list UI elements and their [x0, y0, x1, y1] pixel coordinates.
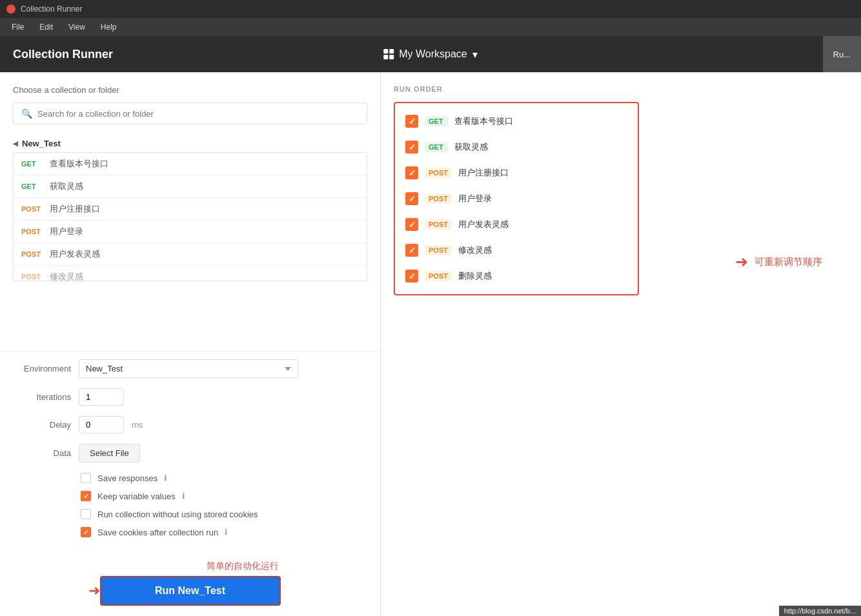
- method-badge-post: POST: [21, 205, 45, 213]
- run-method-badge: POST: [425, 245, 452, 255]
- arrow-right-icon: ➜: [88, 582, 100, 599]
- delay-row: Delay ms: [13, 416, 367, 433]
- run-order-checkbox[interactable]: [405, 141, 418, 154]
- iterations-row: Iterations: [13, 388, 367, 406]
- run-order-item[interactable]: POST 用户注册接口: [395, 160, 638, 186]
- run-order-checkbox[interactable]: [405, 166, 418, 179]
- menu-bar: File Edit View Help: [0, 18, 861, 36]
- data-label: Data: [13, 448, 71, 458]
- menu-edit[interactable]: Edit: [33, 20, 59, 34]
- run-item-name: 获取灵感: [454, 141, 488, 153]
- info-icon[interactable]: ℹ: [225, 528, 228, 537]
- run-item-name: 用户登录: [458, 193, 492, 204]
- workspace-chevron: ▾: [472, 48, 478, 61]
- save-cookies-label: Save cookies after collection run: [97, 528, 218, 537]
- collection-name: New_Test: [22, 139, 61, 148]
- menu-file[interactable]: File: [5, 20, 30, 34]
- request-item[interactable]: GET 获取灵感: [14, 175, 367, 198]
- menu-view[interactable]: View: [62, 20, 92, 34]
- run-method-badge: GET: [425, 116, 448, 126]
- run-button[interactable]: Run New_Test: [100, 576, 281, 606]
- run-method-badge: POST: [425, 271, 452, 281]
- environment-select[interactable]: New_Test: [79, 359, 298, 378]
- delay-input[interactable]: [79, 416, 124, 433]
- request-item[interactable]: POST 用户登录: [14, 221, 367, 243]
- workspace-selector[interactable]: My Workspace ▾: [383, 48, 478, 61]
- run-order-item[interactable]: GET 获取灵感: [395, 134, 638, 160]
- no-cookies-row: Run collection without using stored cook…: [13, 509, 367, 519]
- arrow-left-icon: ➜: [735, 253, 748, 271]
- request-name: 用户注册接口: [50, 203, 100, 215]
- select-file-button[interactable]: Select File: [79, 444, 140, 462]
- run-method-badge: POST: [425, 168, 452, 178]
- delay-label: Delay: [13, 420, 71, 430]
- run-order-checkbox[interactable]: [405, 270, 418, 283]
- request-item[interactable]: POST 用户注册接口: [14, 198, 367, 221]
- method-badge-get: GET: [21, 160, 45, 168]
- iterations-label: Iterations: [13, 392, 71, 402]
- search-input[interactable]: [37, 109, 359, 119]
- run-annotation: 简单的自动化运行: [13, 561, 367, 572]
- save-cookies-checkbox[interactable]: [81, 527, 91, 537]
- save-responses-checkbox[interactable]: [81, 473, 91, 483]
- run-order-item[interactable]: POST 修改灵感: [395, 237, 638, 263]
- keep-variable-label: Keep variable values: [97, 492, 176, 501]
- header-run-button[interactable]: Ru...: [823, 36, 861, 72]
- run-order-label: RUN ORDER: [394, 85, 848, 93]
- run-item-name: 用户注册接口: [458, 167, 509, 179]
- keep-variable-checkbox[interactable]: [81, 491, 91, 501]
- search-box: 🔍: [13, 103, 367, 124]
- settings-section: Environment New_Test Iterations Delay ms…: [0, 351, 380, 553]
- request-list: GET 查看版本号接口 GET 获取灵感 POST 用户注册接口 POST 用户…: [13, 152, 367, 281]
- info-icon[interactable]: ℹ: [164, 473, 167, 482]
- title-bar-text: Collection Runner: [21, 5, 82, 14]
- iterations-input[interactable]: [79, 388, 124, 406]
- request-name: 用户登录: [50, 226, 83, 237]
- method-badge-post: POST: [21, 273, 45, 281]
- request-item[interactable]: POST 修改灵感: [14, 266, 367, 281]
- run-order-item[interactable]: POST 用户发表灵感: [395, 212, 638, 237]
- workspace-grid-icon: [383, 49, 394, 59]
- run-order-container: GET 查看版本号接口 GET 获取灵感 POST 用户注册接口 POST 用户…: [394, 102, 639, 295]
- left-panel: Choose a collection or folder 🔍 ◀ New_Te…: [0, 72, 381, 616]
- chevron-left-icon: ◀: [13, 140, 18, 147]
- request-name: 修改灵感: [50, 271, 83, 281]
- reorder-annotation: ➜ 可重新调节顺序: [735, 253, 822, 271]
- no-cookies-label: Run collection without using stored cook…: [97, 510, 258, 519]
- save-cookies-row: Save cookies after collection run ℹ: [13, 527, 367, 537]
- run-method-badge: GET: [425, 142, 448, 152]
- run-order-checkbox[interactable]: [405, 115, 418, 128]
- run-order-item[interactable]: GET 查看版本号接口: [395, 108, 638, 134]
- save-responses-row: Save responses ℹ: [13, 473, 367, 483]
- environment-label: Environment: [13, 364, 71, 373]
- request-name: 获取灵感: [50, 181, 83, 192]
- run-item-name: 查看版本号接口: [454, 115, 513, 127]
- request-item[interactable]: GET 查看版本号接口: [14, 153, 367, 175]
- bottom-url: http://blog.csdn.net/b...: [779, 606, 861, 616]
- info-icon[interactable]: ℹ: [182, 492, 185, 501]
- request-name: 用户发表灵感: [50, 248, 100, 260]
- run-item-name: 删除灵感: [458, 270, 492, 282]
- run-item-name: 用户发表灵感: [458, 219, 509, 230]
- header: Collection Runner My Workspace ▾ Ru...: [0, 36, 861, 72]
- menu-help[interactable]: Help: [94, 20, 123, 34]
- app-icon: [6, 5, 15, 14]
- reorder-text: 可重新调节顺序: [755, 256, 822, 268]
- run-order-item[interactable]: POST 删除灵感: [395, 263, 638, 289]
- data-row: Data Select File: [13, 444, 367, 462]
- run-annotation-text: 简单的自动化运行: [207, 561, 279, 572]
- request-item[interactable]: POST 用户发表灵感: [14, 243, 367, 266]
- run-method-badge: POST: [425, 194, 452, 204]
- collection-header[interactable]: ◀ New_Test: [13, 135, 367, 152]
- delay-unit: ms: [132, 420, 143, 430]
- run-order-item[interactable]: POST 用户登录: [395, 186, 638, 212]
- save-responses-label: Save responses: [97, 473, 157, 483]
- run-method-badge: POST: [425, 219, 452, 230]
- keep-variable-row: Keep variable values ℹ: [13, 491, 367, 501]
- no-cookies-checkbox[interactable]: [81, 509, 91, 519]
- main-layout: Choose a collection or folder 🔍 ◀ New_Te…: [0, 72, 861, 616]
- run-order-checkbox[interactable]: [405, 192, 418, 205]
- run-order-checkbox[interactable]: [405, 244, 418, 257]
- method-badge-get: GET: [21, 183, 45, 190]
- run-order-checkbox[interactable]: [405, 218, 418, 231]
